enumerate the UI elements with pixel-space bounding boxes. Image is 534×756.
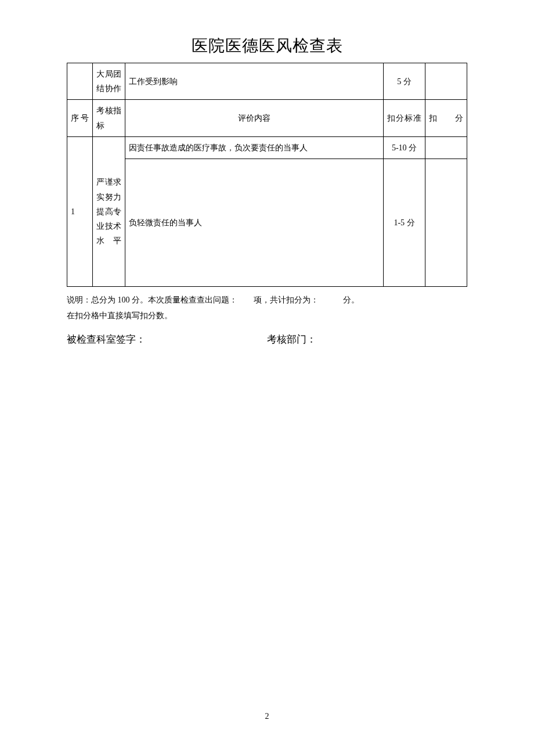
table-container: 大局团结协作 工作受到影响 5 分 序号 考核指标 评价内容 扣分标准 扣分 1… xyxy=(67,63,467,287)
col-header-seq: 序号 xyxy=(67,100,93,136)
cell-deduct xyxy=(425,159,467,286)
cell-seq: 1 xyxy=(67,136,93,286)
col-header-indicator: 考核指标 xyxy=(93,100,125,136)
col-header-standard: 扣分标准 xyxy=(384,100,425,136)
cell-standard: 5 分 xyxy=(384,63,425,100)
signature-left-label: 被检查科室签字： xyxy=(67,333,267,346)
col-header-deduct: 扣分 xyxy=(425,100,467,136)
table-header-row: 序号 考核指标 评价内容 扣分标准 扣分 xyxy=(67,100,467,136)
cell-indicator: 大局团结协作 xyxy=(93,63,125,100)
notes-line: 在扣分格中直接填写扣分数。 xyxy=(67,308,467,324)
page-number: 2 xyxy=(0,712,534,721)
cell-deduct xyxy=(425,63,467,100)
cell-content: 负轻微责任的当事人 xyxy=(125,159,384,286)
table-row: 1 严谨求实努力提高专业技术水平 因责任事故造成的医疗事故，负次要责任的当事人 … xyxy=(67,136,467,159)
signature-row: 被检查科室签字： 考核部门： xyxy=(67,333,467,346)
table-row: 负轻微责任的当事人 1-5 分 xyxy=(67,159,467,286)
cell-indicator: 严谨求实努力提高专业技术水平 xyxy=(93,136,125,286)
signature-right-label: 考核部门： xyxy=(267,333,467,346)
table-row: 大局团结协作 工作受到影响 5 分 xyxy=(67,63,467,100)
inspection-table: 大局团结协作 工作受到影响 5 分 序号 考核指标 评价内容 扣分标准 扣分 1… xyxy=(67,63,467,287)
cell-content: 因责任事故造成的医疗事故，负次要责任的当事人 xyxy=(125,136,384,159)
col-header-content: 评价内容 xyxy=(125,100,384,136)
notes-line: 说明：总分为 100 分。本次质量检查查出问题： 项，共计扣分为： 分。 xyxy=(67,293,467,308)
cell-standard: 5-10 分 xyxy=(384,136,425,159)
cell-content: 工作受到影响 xyxy=(125,63,384,100)
cell-standard: 1-5 分 xyxy=(384,159,425,286)
cell-seq-blank xyxy=(67,63,93,100)
cell-deduct xyxy=(425,136,467,159)
notes-block: 说明：总分为 100 分。本次质量检查查出问题： 项，共计扣分为： 分。 在扣分… xyxy=(67,293,467,323)
page-title: 医院医德医风检查表 xyxy=(35,35,499,57)
